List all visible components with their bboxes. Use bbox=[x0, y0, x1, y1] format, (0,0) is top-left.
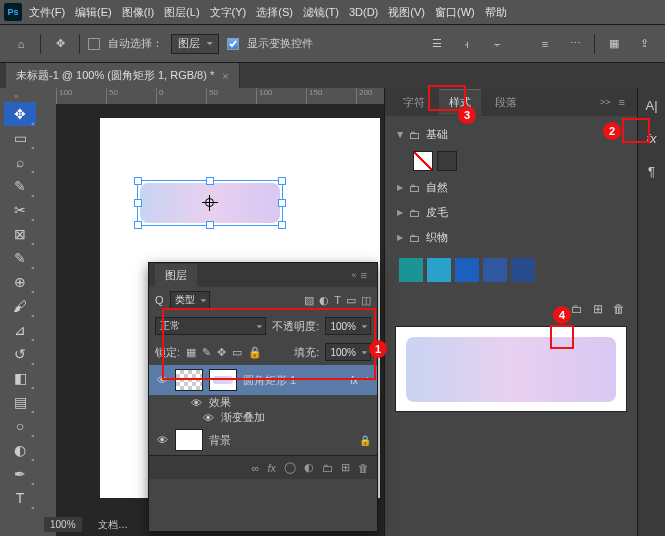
effects-header[interactable]: 👁 效果 bbox=[149, 395, 377, 410]
dodge-tool[interactable]: ◐ bbox=[4, 438, 36, 462]
layer-filter-type[interactable]: 类型 bbox=[170, 291, 210, 309]
more-icon[interactable]: ⋯ bbox=[564, 33, 586, 55]
fx-badge[interactable]: fx bbox=[350, 375, 358, 386]
trash-icon[interactable]: 🗑 bbox=[613, 302, 625, 316]
menu-file[interactable]: 文件(F) bbox=[26, 3, 68, 22]
layers-panel[interactable]: 图层 « ≡ Q 类型 ▨ ◐ T ▭ ◫ 正常 不透明度: 100% 锁定: … bbox=[148, 262, 378, 532]
style-none[interactable] bbox=[413, 151, 433, 171]
menu-edit[interactable]: 编辑(E) bbox=[72, 3, 115, 22]
collapse-panel-icon[interactable]: >> bbox=[600, 97, 611, 107]
new-layer-icon[interactable]: ⊞ bbox=[341, 461, 350, 474]
tab-paragraph[interactable]: 段落 bbox=[485, 90, 527, 115]
lock-all-icon[interactable]: 🔒 bbox=[248, 346, 262, 359]
layer-name[interactable]: 背景 bbox=[209, 433, 231, 448]
align-group-icon[interactable]: ☰ bbox=[426, 33, 448, 55]
delete-layer-icon[interactable]: 🗑 bbox=[358, 462, 369, 474]
vertical-ruler[interactable] bbox=[40, 104, 56, 536]
menu-type[interactable]: 文字(Y) bbox=[207, 3, 250, 22]
menu-window[interactable]: 窗口(W) bbox=[432, 3, 478, 22]
fill-value[interactable]: 100% bbox=[325, 343, 371, 361]
lock-brush-icon[interactable]: ✎ bbox=[202, 346, 211, 359]
add-mask-icon[interactable]: ◯ bbox=[284, 461, 296, 474]
lock-position-icon[interactable]: ✥ bbox=[217, 346, 226, 359]
align-right-icon[interactable]: ⫟ bbox=[486, 33, 508, 55]
brush-tool[interactable]: 🖌 bbox=[4, 294, 36, 318]
panel-menu-icon[interactable]: ≡ bbox=[615, 96, 629, 108]
3d-mode-icon[interactable]: ▦ bbox=[603, 33, 625, 55]
share-icon[interactable]: ⇪ bbox=[633, 33, 655, 55]
style-swatch[interactable] bbox=[427, 258, 451, 282]
ruler-origin[interactable] bbox=[40, 88, 56, 104]
fx-expand-icon[interactable]: ⌃ bbox=[364, 376, 371, 385]
filter-adjust-icon[interactable]: ◐ bbox=[319, 294, 329, 307]
style-swatch[interactable] bbox=[511, 258, 535, 282]
stamp-tool[interactable]: ⊿ bbox=[4, 318, 36, 342]
tab-character[interactable]: 字符 bbox=[393, 90, 435, 115]
pen-tool[interactable]: ✒ bbox=[4, 462, 36, 486]
quick-select-tool[interactable]: ✎ bbox=[4, 174, 36, 198]
doc-info[interactable]: 文档… bbox=[98, 518, 128, 532]
visibility-icon[interactable]: 👁 bbox=[155, 374, 169, 386]
lasso-tool[interactable]: ⌕ bbox=[4, 150, 36, 174]
layer-thumb[interactable] bbox=[175, 429, 203, 451]
style-folder-natural[interactable]: ▶ 🗀 自然 bbox=[395, 175, 627, 200]
transform-handle[interactable] bbox=[278, 177, 286, 185]
layer-row-background[interactable]: 👁 背景 🔒 bbox=[149, 425, 377, 455]
filter-shape-icon[interactable]: ▭ bbox=[346, 294, 356, 307]
paragraph-panel-icon[interactable]: ¶ bbox=[648, 164, 655, 179]
style-folder-basic[interactable]: ▶ 🗀 基础 bbox=[395, 122, 627, 147]
link-layers-icon[interactable]: ∞ bbox=[252, 462, 260, 474]
marquee-tool[interactable]: ▭ bbox=[4, 126, 36, 150]
style-preset[interactable] bbox=[437, 151, 457, 171]
align-left-icon[interactable]: ⫞ bbox=[456, 33, 478, 55]
transform-center-icon[interactable] bbox=[202, 195, 218, 211]
transform-handle[interactable] bbox=[134, 177, 142, 185]
transform-handle[interactable] bbox=[206, 221, 214, 229]
close-tab-icon[interactable]: × bbox=[222, 70, 228, 82]
auto-select-checkbox[interactable] bbox=[88, 38, 100, 50]
opacity-value[interactable]: 100% bbox=[325, 317, 371, 335]
document-tab[interactable]: 未标题-1 @ 100% (圆角矩形 1, RGB/8) * × bbox=[6, 63, 240, 88]
menu-image[interactable]: 图像(I) bbox=[119, 3, 157, 22]
lock-pixels-icon[interactable]: ▦ bbox=[186, 346, 196, 359]
visibility-icon[interactable]: 👁 bbox=[201, 412, 215, 424]
transform-handle[interactable] bbox=[278, 199, 286, 207]
filter-type-icon[interactable]: T bbox=[334, 294, 341, 307]
transform-bounds[interactable] bbox=[137, 180, 283, 226]
transform-handle[interactable] bbox=[206, 177, 214, 185]
zoom-level[interactable]: 100% bbox=[44, 517, 82, 532]
menu-help[interactable]: 帮助 bbox=[482, 3, 510, 22]
home-icon[interactable]: ⌂ bbox=[10, 33, 32, 55]
filter-image-icon[interactable]: ▨ bbox=[304, 294, 314, 307]
style-folder-textile[interactable]: ▶ 🗀 织物 bbox=[395, 225, 627, 250]
crop-tool[interactable]: ✂ bbox=[4, 198, 36, 222]
layer-shape-thumb[interactable] bbox=[209, 369, 237, 391]
frame-tool[interactable]: ⊠ bbox=[4, 222, 36, 246]
blur-tool[interactable]: ○ bbox=[4, 414, 36, 438]
menu-filter[interactable]: 滤镜(T) bbox=[300, 3, 342, 22]
fx-panel-icon[interactable]: fx bbox=[646, 131, 656, 146]
show-transform-checkbox[interactable] bbox=[227, 38, 239, 50]
menu-view[interactable]: 视图(V) bbox=[385, 3, 428, 22]
history-brush-tool[interactable]: ↺ bbox=[4, 342, 36, 366]
effect-gradient-overlay[interactable]: 👁 渐变叠加 bbox=[149, 410, 377, 425]
character-panel-icon[interactable]: A| bbox=[645, 98, 657, 113]
transform-handle[interactable] bbox=[278, 221, 286, 229]
lock-artboard-icon[interactable]: ▭ bbox=[232, 346, 242, 359]
panel-menu-icon[interactable]: ≡ bbox=[357, 269, 371, 281]
folder-new-icon[interactable]: 🗀 bbox=[571, 302, 583, 316]
gradient-tool[interactable]: ▤ bbox=[4, 390, 36, 414]
visibility-icon[interactable]: 👁 bbox=[155, 434, 169, 446]
filter-smart-icon[interactable]: ◫ bbox=[361, 294, 371, 307]
menu-3d[interactable]: 3D(D) bbox=[346, 4, 381, 20]
move-tool-icon[interactable]: ✥ bbox=[49, 33, 71, 55]
style-folder-fur[interactable]: ▶ 🗀 皮毛 bbox=[395, 200, 627, 225]
layer-fx-icon[interactable]: fx bbox=[267, 462, 276, 474]
eraser-tool[interactable]: ◧ bbox=[4, 366, 36, 390]
move-tool[interactable]: ✥ bbox=[4, 102, 36, 126]
layers-tab[interactable]: 图层 bbox=[155, 264, 197, 287]
eyedropper-tool[interactable]: ✎ bbox=[4, 246, 36, 270]
blend-mode-select[interactable]: 正常 bbox=[155, 317, 266, 335]
layers-panel-header[interactable]: 图层 « ≡ bbox=[149, 263, 377, 287]
transform-handle[interactable] bbox=[134, 199, 142, 207]
